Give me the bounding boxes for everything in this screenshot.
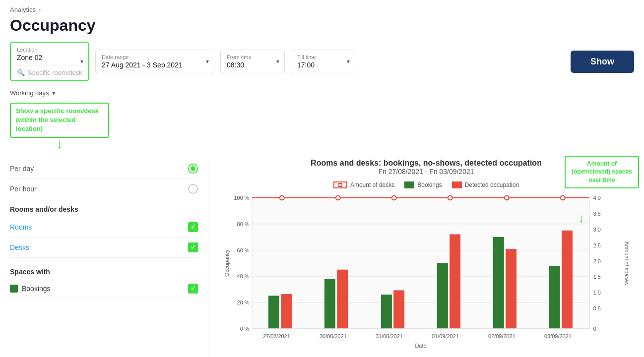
chart-svg: .axis-text { font-size: 10px; fill: #555… [218,192,634,357]
svg-text:1.5: 1.5 [593,274,601,280]
svg-rect-0 [252,198,589,328]
from-time-select[interactable]: From time 08:30 ▾ [220,50,285,73]
svg-text:01/09/2021: 01/09/2021 [432,333,459,339]
rooms-option[interactable]: Rooms ✓ [10,217,198,238]
per-day-option[interactable]: Per day [10,159,198,179]
svg-text:1.0: 1.0 [593,290,601,296]
location-annotation: Show a specific room/desk (within the se… [10,103,109,138]
rooms-label: Rooms [10,223,32,231]
svg-text:02/09/2021: 02/09/2021 [488,333,515,339]
location-value: Zone 02 [17,54,42,61]
page-title: Occupancy [10,16,634,35]
svg-text:80 %: 80 % [237,221,250,227]
legend-bookings-label: Bookings [417,181,442,188]
per-day-radio[interactable] [188,164,198,174]
till-time-value: 17:00 [297,61,315,69]
right-annotation: Amount of (open/closed) spaces over time [565,156,639,188]
svg-text:2.0: 2.0 [593,258,601,264]
svg-text:30/08/2021: 30/08/2021 [320,333,347,339]
from-time-value: 08:30 [227,61,244,69]
rooms-checkbox[interactable]: ✓ [188,222,198,232]
per-hour-label: Per hour [10,185,37,193]
svg-point-25 [280,195,284,200]
svg-rect-41 [549,266,560,328]
desks-label: Desks [10,243,29,251]
svg-text:3.0: 3.0 [593,227,601,233]
svg-text:60 %: 60 % [237,247,250,253]
svg-rect-32 [281,294,292,328]
bookings-label: Bookings [22,285,51,293]
legend-detected-label: Detected occupation [465,181,519,188]
svg-text:03/09/2021: 03/09/2021 [544,333,572,339]
annotation-arrow-down-icon: ↓ [10,136,109,152]
svg-rect-42 [562,230,573,328]
svg-text:0 %: 0 % [240,325,250,331]
working-days-label: Working days [10,89,49,97]
svg-text:Date: Date [415,342,426,348]
sidebar: Per day Per hour Rooms and/or desks Room… [0,154,208,357]
svg-point-28 [448,195,452,200]
svg-rect-33 [324,279,335,328]
legend-amount-desks: Amount of desks [333,181,394,188]
svg-text:↓: ↓ [579,211,584,225]
specific-room-placeholder[interactable]: Specific room/desk [28,69,82,76]
svg-text:0.5: 0.5 [593,305,601,311]
legend-detected: Detected occupation [452,181,519,188]
svg-text:Amount of spaces: Amount of spaces [624,241,630,285]
svg-text:31/08/2021: 31/08/2021 [376,333,403,339]
per-hour-radio[interactable] [188,184,198,194]
svg-rect-38 [450,234,460,328]
search-room-icon: 🔍 [17,69,25,76]
till-time-label: Till time [297,54,349,60]
working-days-chevron-icon: ▾ [52,89,56,97]
chart-wrapper: .axis-text { font-size: 10px; fill: #555… [218,192,634,357]
svg-rect-40 [506,249,516,328]
till-time-chevron-icon: ▾ [347,58,350,65]
breadcrumb: Analytics › [10,6,634,13]
legend-bookings-icon [404,181,414,188]
svg-point-26 [336,195,340,200]
from-time-label: From time [227,54,278,60]
date-range-value: 27 Aug 2021 - 3 Sep 2021 [102,61,183,69]
date-range-chevron-icon: ▾ [206,58,209,65]
bookings-color-icon [10,285,18,293]
svg-text:20 %: 20 % [237,299,250,305]
breadcrumb-separator: › [39,6,41,13]
desks-option[interactable]: Desks ✓ [10,238,198,258]
svg-point-30 [561,195,565,200]
till-time-select[interactable]: Till time 17:00 ▾ [291,50,355,73]
legend-bookings: Bookings [404,181,442,188]
svg-text:100 %: 100 % [234,195,249,201]
location-chevron-icon: ▾ [80,58,83,65]
location-select[interactable]: Location Zone 02 ▾ 🔍 Specific room/desk [10,42,89,81]
chart-area: Amount of (open/closed) spaces over time… [208,154,644,357]
rooms-desks-title: Rooms and/or desks [10,199,198,217]
working-days-button[interactable]: Working days ▾ [10,87,56,99]
date-range-label: Date range [102,54,208,60]
location-label: Location [17,47,82,53]
per-hour-option[interactable]: Per hour [10,179,198,199]
svg-text:Occupancy: Occupancy [224,249,230,276]
bookings-option[interactable]: Bookings ✓ [10,280,198,298]
breadcrumb-parent[interactable]: Analytics [10,6,36,13]
svg-point-27 [392,195,396,200]
svg-rect-31 [268,296,279,328]
date-range-select[interactable]: Date range 27 Aug 2021 - 3 Sep 2021 ▾ [95,50,214,73]
svg-rect-35 [381,295,392,328]
svg-point-29 [505,195,509,200]
svg-rect-36 [393,290,404,328]
svg-text:40 %: 40 % [237,273,250,279]
svg-rect-37 [437,263,448,328]
svg-text:0: 0 [593,325,596,331]
svg-text:2.5: 2.5 [593,242,601,248]
svg-rect-34 [337,269,348,328]
legend-desks-icon [333,181,347,188]
svg-text:27/08/2021: 27/08/2021 [263,333,290,339]
svg-text:4.0: 4.0 [593,195,601,201]
bookings-checkbox[interactable]: ✓ [188,284,198,294]
show-button[interactable]: Show [571,51,634,73]
desks-checkbox[interactable]: ✓ [188,242,198,252]
legend-desks-label: Amount of desks [350,181,394,188]
from-time-chevron-icon: ▾ [276,58,279,65]
per-day-label: Per day [10,165,34,173]
